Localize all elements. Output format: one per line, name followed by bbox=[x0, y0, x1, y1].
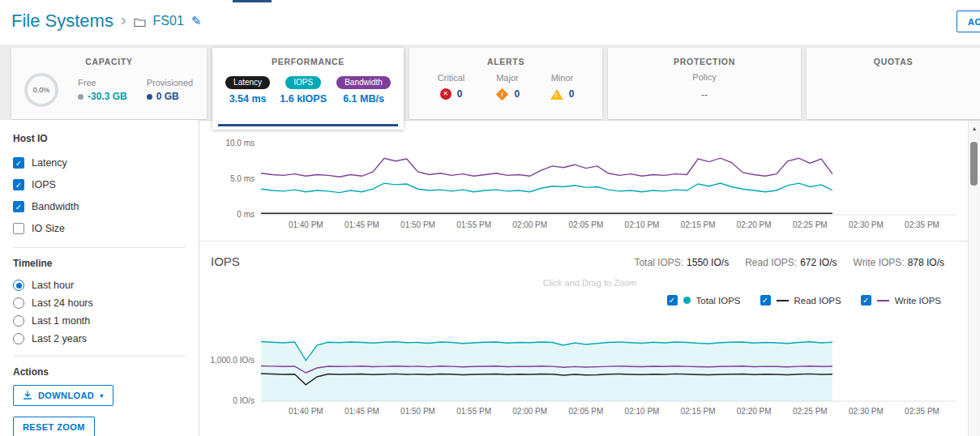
checkbox-bandwidth[interactable]: ✓ Bandwidth bbox=[13, 195, 199, 217]
actions-heading: Actions bbox=[13, 366, 199, 378]
svg-text:02:05 PM: 02:05 PM bbox=[568, 407, 603, 416]
checkbox-latency[interactable]: ✓ Latency bbox=[13, 152, 199, 173]
performance-card[interactable]: PERFORMANCE Latency 3.54 ms IOPS 1.6 kIO… bbox=[212, 48, 404, 130]
provisioned-dot-icon bbox=[147, 94, 152, 100]
edit-icon[interactable]: ✎ bbox=[191, 14, 202, 28]
svg-text:02:35 PM: 02:35 PM bbox=[905, 220, 939, 229]
radio-last-2-years[interactable]: Last 2 years bbox=[13, 330, 199, 348]
svg-text:02:20 PM: 02:20 PM bbox=[737, 220, 772, 229]
bandwidth-metric: Bandwidth 6.1 MB/s bbox=[336, 74, 391, 105]
critical-icon: ✕ bbox=[440, 88, 451, 100]
latency-chart[interactable]: 10.0 ms5.0 ms0 ms01:40 PM01:45 PM01:50 P… bbox=[203, 124, 964, 236]
radio-icon bbox=[13, 297, 24, 309]
write-iops-marker-icon bbox=[877, 300, 889, 301]
svg-text:01:50 PM: 01:50 PM bbox=[400, 220, 435, 229]
legend-total-iops[interactable]: ✓ Total IOPS bbox=[667, 295, 741, 306]
svg-text:0 ms: 0 ms bbox=[237, 210, 255, 219]
capacity-card-title: CAPACITY bbox=[11, 48, 207, 66]
iops-stats: Total IOPS:1550 IO/s Read IOPS:672 IO/s … bbox=[634, 257, 944, 268]
page-title: File Systems bbox=[11, 11, 113, 32]
charts-panel: 10.0 ms5.0 ms0 ms01:40 PM01:45 PM01:50 P… bbox=[199, 120, 980, 436]
free-value: -30.3 GB bbox=[78, 91, 127, 102]
capacity-percent: 0.0% bbox=[33, 86, 50, 94]
section-divider bbox=[199, 241, 980, 242]
checkbox-iops[interactable]: ✓ IOPS bbox=[13, 173, 199, 195]
svg-text:01:55 PM: 01:55 PM bbox=[456, 220, 491, 229]
checkbox-checked-icon: ✓ bbox=[667, 295, 678, 306]
legend-write-iops[interactable]: ✓ Write IOPS bbox=[861, 295, 941, 306]
svg-text:02:10 PM: 02:10 PM bbox=[625, 407, 660, 416]
reset-zoom-button[interactable]: RESET ZOOM bbox=[13, 417, 95, 436]
breadcrumb-entity: FS01 bbox=[153, 14, 184, 28]
read-iops-value: 672 IO/s bbox=[800, 257, 837, 268]
svg-text:0 IO/s: 0 IO/s bbox=[233, 396, 255, 405]
policy-value: -- bbox=[608, 89, 801, 100]
iops-section-title: IOPS bbox=[211, 254, 240, 268]
svg-text:02:00 PM: 02:00 PM bbox=[512, 407, 547, 416]
vertical-scrollbar[interactable]: ▴ bbox=[968, 121, 980, 436]
major-icon: ! bbox=[495, 88, 508, 100]
radio-last-hour[interactable]: Last hour bbox=[13, 276, 199, 294]
iops-legend: ✓ Total IOPS ✓ Read IOPS ✓ Write IOPS bbox=[199, 295, 941, 306]
bandwidth-pill: Bandwidth bbox=[336, 76, 391, 89]
sidebar-divider bbox=[13, 356, 186, 357]
policy-label: Policy bbox=[608, 72, 801, 82]
svg-text:02:10 PM: 02:10 PM bbox=[625, 220, 660, 229]
scroll-up-icon[interactable]: ▴ bbox=[969, 121, 980, 132]
write-iops-label: Write IOPS: bbox=[854, 257, 905, 268]
quotas-card[interactable]: QUOTAS bbox=[807, 48, 980, 119]
iops-chart[interactable]: 1,000.0 IO/s0 IO/s01:40 PM01:45 PM01:50 … bbox=[203, 315, 964, 422]
checkbox-checked-icon: ✓ bbox=[13, 179, 24, 190]
svg-text:02:00 PM: 02:00 PM bbox=[512, 220, 547, 229]
legend-read-iops[interactable]: ✓ Read IOPS bbox=[760, 295, 841, 306]
radio-icon bbox=[13, 315, 24, 327]
active-tab-indicator bbox=[218, 124, 398, 126]
performance-card-title: PERFORMANCE bbox=[212, 48, 404, 66]
iops-metric: IOPS 1.6 kIOPS bbox=[280, 74, 327, 105]
scrollbar-thumb[interactable] bbox=[970, 142, 978, 186]
latency-pill: Latency bbox=[225, 76, 270, 89]
svg-text:10.0 ms: 10.0 ms bbox=[225, 139, 255, 147]
svg-text:02:25 PM: 02:25 PM bbox=[793, 220, 828, 229]
download-button[interactable]: DOWNLOAD ▾ bbox=[13, 385, 113, 406]
alerts-card[interactable]: ALERTS Critical ✕ 0 Major ! 0 bbox=[409, 48, 602, 119]
summary-cards: CAPACITY 0.0% Free -30.3 GB Provisioned bbox=[0, 45, 980, 120]
sidebar: Host IO ✓ Latency ✓ IOPS ✓ Bandwidth IO … bbox=[0, 120, 199, 436]
capacity-card[interactable]: CAPACITY 0.0% Free -30.3 GB Provisioned bbox=[11, 48, 207, 119]
capacity-gauge: 0.0% bbox=[24, 73, 58, 107]
radio-last-1-month[interactable]: Last 1 month bbox=[13, 312, 199, 330]
svg-text:01:40 PM: 01:40 PM bbox=[289, 407, 323, 416]
chevron-right-icon: › bbox=[121, 11, 126, 29]
caret-down-icon: ▾ bbox=[100, 392, 103, 400]
latency-value: 3.54 ms bbox=[225, 93, 270, 105]
latency-metric: Latency 3.54 ms bbox=[225, 74, 270, 105]
quotas-card-title: QUOTAS bbox=[807, 48, 980, 66]
actions-button[interactable]: ACTIONS bbox=[956, 11, 980, 32]
svg-text:02:15 PM: 02:15 PM bbox=[681, 407, 716, 416]
checkbox-io-size[interactable]: IO Size bbox=[13, 217, 199, 239]
checkbox-checked-icon: ✓ bbox=[13, 157, 24, 169]
critical-count: 0 bbox=[457, 88, 463, 100]
svg-text:01:40 PM: 01:40 PM bbox=[289, 220, 323, 229]
read-iops-marker-icon bbox=[777, 300, 789, 301]
radio-last-24-hours[interactable]: Last 24 hours bbox=[13, 294, 199, 312]
radio-selected-icon bbox=[13, 280, 24, 291]
svg-text:02:20 PM: 02:20 PM bbox=[737, 407, 772, 416]
write-iops-value: 878 IO/s bbox=[908, 257, 944, 268]
svg-text:01:45 PM: 01:45 PM bbox=[344, 220, 379, 229]
app-root: File Systems › FS01 ✎ ACTIONS CAPACITY 0… bbox=[0, 0, 980, 436]
minor-alerts: Minor ! 0 bbox=[550, 73, 575, 100]
svg-text:5.0 ms: 5.0 ms bbox=[230, 174, 255, 183]
svg-text:02:35 PM: 02:35 PM bbox=[905, 407, 939, 416]
svg-text:1,000.0 IO/s: 1,000.0 IO/s bbox=[211, 356, 255, 365]
protection-card[interactable]: PROTECTION Policy -- bbox=[608, 48, 801, 119]
read-iops-label: Read IOPS: bbox=[745, 257, 797, 268]
iops-value: 1.6 kIOPS bbox=[280, 93, 327, 105]
provisioned-value: 0 GB bbox=[147, 91, 193, 102]
svg-text:02:25 PM: 02:25 PM bbox=[793, 407, 828, 416]
alerts-card-title: ALERTS bbox=[409, 48, 602, 66]
iops-pill: IOPS bbox=[285, 76, 321, 89]
minor-count: 0 bbox=[569, 88, 575, 100]
total-iops-marker-icon bbox=[683, 297, 691, 304]
major-count: 0 bbox=[515, 88, 520, 100]
